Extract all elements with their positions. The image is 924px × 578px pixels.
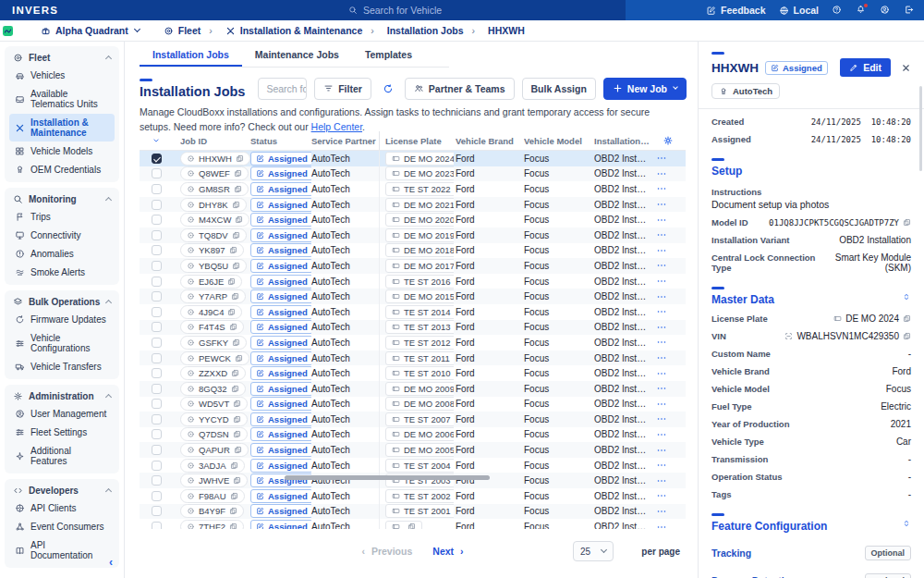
license-plate-pill[interactable]: DE MO 2023 bbox=[385, 166, 454, 180]
horizontal-scrollbar[interactable] bbox=[285, 475, 490, 480]
license-plate-pill[interactable]: TE ST 2022 bbox=[385, 182, 454, 196]
license-plate-pill[interactable]: DE MO 2009 bbox=[385, 382, 454, 396]
job-id-pill[interactable]: GSFKY bbox=[180, 336, 247, 350]
table-row[interactable]: ZZXXD Assigned AutoTech TE ST 2010 Ford … bbox=[140, 365, 686, 381]
row-checkbox[interactable] bbox=[152, 522, 162, 529]
copy-icon[interactable] bbox=[231, 292, 239, 301]
job-id-pill[interactable]: F98AU bbox=[180, 489, 245, 503]
job-id-pill[interactable]: EJ6JE bbox=[180, 275, 242, 289]
job-id-pill[interactable]: YK897 bbox=[180, 243, 244, 257]
table-row[interactable]: Q7DSN Assigned AutoTech DE MO 2006 Ford … bbox=[140, 427, 686, 443]
sidebar-section-header[interactable]: Developers bbox=[7, 481, 116, 498]
sidebar-section-header[interactable]: Fleet bbox=[7, 48, 116, 66]
job-id-pill[interactable]: YYCYD bbox=[180, 412, 248, 426]
copy-icon[interactable] bbox=[232, 262, 240, 270]
row-menu-button[interactable] bbox=[656, 475, 667, 486]
license-plate-pill[interactable]: DE MO 2015 bbox=[385, 289, 454, 303]
sidebar-item[interactable]: Vehicle Models bbox=[9, 142, 115, 160]
copy-icon[interactable] bbox=[903, 314, 911, 323]
partner-teams-button[interactable]: Partner & Teams bbox=[405, 78, 515, 100]
copy-icon[interactable] bbox=[232, 231, 240, 240]
table-row[interactable]: YBQ5U Assigned AutoTech DE MO 2017 Ford … bbox=[140, 258, 686, 274]
brand-green-icon[interactable] bbox=[3, 23, 18, 39]
job-id-pill[interactable]: F4T4S bbox=[180, 320, 244, 334]
row-checkbox[interactable] bbox=[152, 215, 162, 225]
table-row[interactable]: Y7ARP Assigned AutoTech DE MO 2015 Ford … bbox=[140, 289, 686, 304]
job-id-pill[interactable]: 3ADJA bbox=[180, 459, 245, 473]
copy-icon[interactable] bbox=[234, 169, 242, 178]
select-all-chevron-icon[interactable] bbox=[152, 136, 161, 145]
sidebar-item[interactable]: Anomalies bbox=[9, 245, 115, 263]
row-menu-button[interactable] bbox=[656, 352, 667, 363]
license-plate-pill[interactable]: DE MO 2006 bbox=[385, 427, 454, 441]
row-menu-button[interactable] bbox=[656, 506, 667, 517]
table-row[interactable]: YK897 Assigned AutoTech DE MO 2018 Ford … bbox=[140, 243, 686, 259]
row-menu-button[interactable] bbox=[656, 490, 667, 501]
table-row[interactable]: 8GQ32 Assigned AutoTech DE MO 2009 Ford … bbox=[140, 381, 686, 397]
sidebar-section-header[interactable]: Bulk Operations bbox=[7, 292, 116, 310]
copy-icon[interactable] bbox=[233, 400, 241, 408]
row-menu-button[interactable] bbox=[656, 383, 667, 394]
row-menu-button[interactable] bbox=[656, 168, 667, 179]
copy-icon[interactable] bbox=[407, 523, 416, 529]
row-menu-button[interactable] bbox=[656, 291, 667, 302]
row-menu-button[interactable] bbox=[656, 413, 667, 424]
table-row[interactable]: WD5VT Assigned AutoTech DE MO 2008 Ford … bbox=[140, 397, 686, 412]
next-page-button[interactable]: Next bbox=[432, 546, 463, 557]
row-menu-button[interactable] bbox=[656, 276, 667, 287]
refresh-button[interactable] bbox=[379, 79, 397, 99]
license-plate-pill[interactable]: TE ST 2007 bbox=[385, 412, 454, 426]
help-button[interactable] bbox=[832, 5, 843, 16]
row-checkbox[interactable] bbox=[152, 461, 162, 471]
sidebar-item[interactable]: OEM Credentials bbox=[9, 161, 115, 178]
license-plate-pill[interactable]: TE ST 2012 bbox=[385, 336, 454, 350]
job-id-pill[interactable]: 4J9C4 bbox=[180, 305, 242, 319]
close-panel-button[interactable] bbox=[901, 63, 911, 73]
copy-icon[interactable] bbox=[233, 476, 241, 485]
copy-icon[interactable] bbox=[229, 323, 237, 331]
tab[interactable]: Installation Jobs bbox=[140, 42, 242, 67]
account-button[interactable] bbox=[880, 5, 891, 16]
tab[interactable]: Templates bbox=[352, 42, 425, 67]
new-job-button[interactable]: New Job bbox=[603, 78, 687, 100]
copy-icon[interactable] bbox=[227, 277, 236, 286]
row-checkbox[interactable] bbox=[152, 200, 162, 210]
previous-page-button[interactable]: Previous bbox=[361, 546, 412, 557]
sidebar-item[interactable]: API Clients bbox=[9, 499, 115, 517]
job-id-pill[interactable]: 8GQ32 bbox=[180, 382, 246, 396]
copy-icon[interactable] bbox=[235, 354, 243, 363]
job-id-pill[interactable]: GM8SR bbox=[180, 182, 249, 196]
row-checkbox[interactable] bbox=[152, 338, 162, 348]
job-id-pill[interactable]: DHY8K bbox=[180, 198, 247, 212]
row-checkbox[interactable] bbox=[152, 184, 162, 194]
row-menu-button[interactable] bbox=[656, 445, 667, 456]
job-id-pill[interactable]: M4XCW bbox=[180, 213, 249, 227]
copy-icon[interactable] bbox=[230, 492, 238, 500]
copy-icon[interactable] bbox=[227, 308, 236, 316]
sidebar-item[interactable]: Trips bbox=[9, 208, 115, 226]
sidebar-item[interactable]: Vehicles bbox=[9, 67, 115, 84]
row-menu-button[interactable] bbox=[656, 460, 667, 471]
row-checkbox[interactable] bbox=[152, 429, 162, 439]
column-license-plate[interactable]: License Plate bbox=[380, 136, 454, 146]
copy-icon[interactable] bbox=[903, 332, 911, 340]
job-id-pill[interactable]: QAPUR bbox=[180, 443, 249, 457]
row-checkbox[interactable] bbox=[152, 168, 162, 178]
sidebar-item[interactable]: Smoke Alerts bbox=[9, 264, 115, 281]
sidebar-item[interactable]: Fleet Settings bbox=[9, 424, 115, 441]
column-job-id[interactable]: Job ID bbox=[180, 136, 250, 146]
table-row[interactable]: 4J9C4 Assigned AutoTech TE ST 2014 Ford … bbox=[140, 304, 686, 320]
job-id-pill[interactable]: JWHVE bbox=[180, 473, 248, 487]
column-vehicle-brand[interactable]: Vehicle Brand bbox=[454, 136, 524, 146]
table-row[interactable]: PEWCK Assigned AutoTech TE ST 2011 Ford … bbox=[140, 350, 686, 366]
job-id-pill[interactable]: 7THF2 bbox=[180, 520, 244, 529]
notifications-button[interactable] bbox=[856, 5, 867, 16]
job-id-pill[interactable]: B4Y9F bbox=[180, 504, 244, 518]
copy-icon[interactable] bbox=[236, 154, 244, 163]
breadcrumb-item[interactable]: Fleet bbox=[164, 25, 201, 36]
license-plate-pill[interactable]: DE MO 2018 bbox=[385, 243, 454, 257]
global-search-input[interactable]: Search for Vehicle bbox=[164, 0, 626, 20]
sidebar-item[interactable]: Event Consumers bbox=[9, 518, 115, 535]
collapse-section-icon[interactable] bbox=[902, 292, 911, 301]
row-menu-button[interactable] bbox=[656, 337, 667, 348]
